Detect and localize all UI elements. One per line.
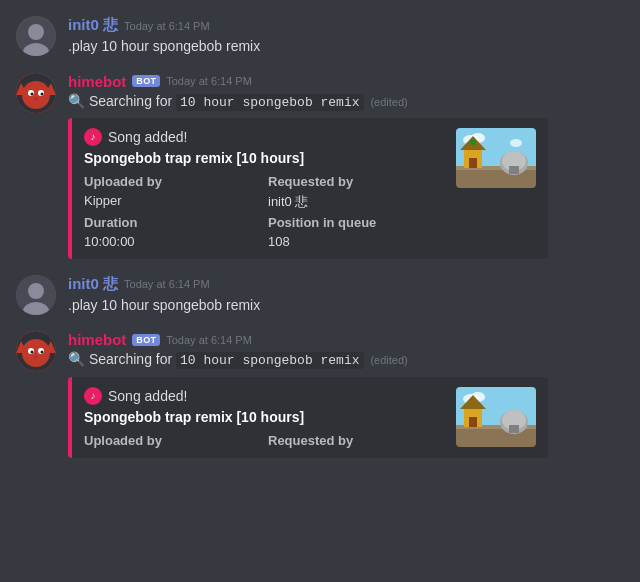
avatar bbox=[16, 275, 56, 315]
music-icon: ♪ bbox=[84, 387, 102, 405]
message-group: himebot BOT Today at 6:14 PM 🔍 Searching… bbox=[0, 323, 640, 465]
timestamp: Today at 6:14 PM bbox=[166, 75, 252, 87]
svg-point-31 bbox=[22, 339, 50, 367]
username: himebot bbox=[68, 73, 126, 90]
svg-point-15 bbox=[510, 139, 522, 147]
search-query: 10 hour spongebob remix bbox=[176, 94, 363, 111]
avatar bbox=[16, 16, 56, 56]
timestamp: Today at 6:14 PM bbox=[166, 334, 252, 346]
embed-body: ♪ Song added! Spongebob trap remix [10 h… bbox=[84, 387, 444, 448]
message-header: init0 悲 Today at 6:14 PM bbox=[68, 16, 624, 35]
duration-label: Duration bbox=[84, 215, 260, 230]
bot-badge: BOT bbox=[132, 75, 160, 87]
embed-card: ♪ Song added! Spongebob trap remix [10 h… bbox=[68, 377, 548, 458]
svg-rect-47 bbox=[509, 425, 519, 433]
avatar bbox=[16, 331, 56, 371]
svg-point-34 bbox=[31, 351, 34, 354]
message-content: himebot BOT Today at 6:14 PM 🔍 Searching… bbox=[68, 73, 624, 259]
svg-point-36 bbox=[34, 356, 38, 358]
embed-thumbnail bbox=[456, 128, 536, 188]
svg-point-26 bbox=[28, 283, 44, 299]
timestamp: Today at 6:14 PM bbox=[124, 278, 210, 290]
embed-body: ♪ Song added! Spongebob trap remix [10 h… bbox=[84, 128, 444, 249]
embed-meta: Uploaded by Requested by Kipper init0 悲 … bbox=[84, 174, 444, 249]
song-added-text: Song added! bbox=[108, 388, 187, 404]
svg-point-11 bbox=[34, 98, 38, 100]
username: init0 悲 bbox=[68, 16, 118, 35]
uploaded-by-label: Uploaded by bbox=[84, 174, 260, 189]
svg-point-10 bbox=[41, 92, 44, 95]
messages-container: init0 悲 Today at 6:14 PM .play 10 hour s… bbox=[0, 0, 640, 474]
svg-point-6 bbox=[22, 81, 50, 109]
svg-point-9 bbox=[31, 92, 34, 95]
svg-point-1 bbox=[28, 24, 44, 40]
edited-tag: (edited) bbox=[370, 354, 407, 366]
timestamp: Today at 6:14 PM bbox=[124, 20, 210, 32]
message-group: init0 悲 Today at 6:14 PM .play 10 hour s… bbox=[0, 267, 640, 324]
message-content: himebot BOT Today at 6:14 PM 🔍 Searching… bbox=[68, 331, 624, 457]
username: init0 悲 bbox=[68, 275, 118, 294]
bot-badge: BOT bbox=[132, 334, 160, 346]
embed-card: ♪ Song added! Spongebob trap remix [10 h… bbox=[68, 118, 548, 259]
message-text: .play 10 hour spongebob remix bbox=[68, 296, 624, 316]
message-group: himebot BOT Today at 6:14 PM 🔍 Searching… bbox=[0, 65, 640, 267]
duration-value: 10:00:00 bbox=[84, 234, 260, 249]
song-title: Spongebob trap remix [10 hours] bbox=[84, 150, 444, 166]
search-message: 🔍 Searching for 10 hour spongebob remix … bbox=[68, 92, 624, 112]
message-content: init0 悲 Today at 6:14 PM .play 10 hour s… bbox=[68, 275, 624, 316]
message-header: himebot BOT Today at 6:14 PM bbox=[68, 331, 624, 348]
message-header: himebot BOT Today at 6:14 PM bbox=[68, 73, 624, 90]
embed-meta: Uploaded by Requested by bbox=[84, 433, 444, 448]
embed-thumbnail bbox=[456, 387, 536, 447]
music-icon: ♪ bbox=[84, 128, 102, 146]
uploaded-by-label: Uploaded by bbox=[84, 433, 260, 448]
message-header: init0 悲 Today at 6:14 PM bbox=[68, 275, 624, 294]
edited-tag: (edited) bbox=[370, 96, 407, 108]
song-added-row: ♪ Song added! bbox=[84, 128, 444, 146]
search-query: 10 hour spongebob remix bbox=[176, 352, 363, 369]
song-title: Spongebob trap remix [10 hours] bbox=[84, 409, 444, 425]
requested-by-value: init0 悲 bbox=[268, 193, 444, 211]
song-added-row: ♪ Song added! bbox=[84, 387, 444, 405]
message-content: init0 悲 Today at 6:14 PM .play 10 hour s… bbox=[68, 16, 624, 57]
message-text: .play 10 hour spongebob remix bbox=[68, 37, 624, 57]
search-message: 🔍 Searching for 10 hour spongebob remix … bbox=[68, 350, 624, 370]
search-prefix: 🔍 Searching for bbox=[68, 93, 172, 109]
svg-point-35 bbox=[41, 351, 44, 354]
avatar bbox=[16, 73, 56, 113]
username: himebot bbox=[68, 331, 126, 348]
requested-by-label: Requested by bbox=[268, 174, 444, 189]
svg-rect-44 bbox=[469, 417, 477, 427]
svg-rect-24 bbox=[509, 166, 519, 174]
svg-point-21 bbox=[470, 139, 476, 145]
message-group: init0 悲 Today at 6:14 PM .play 10 hour s… bbox=[0, 8, 640, 65]
svg-rect-20 bbox=[469, 158, 477, 168]
uploaded-by-value: Kipper bbox=[84, 193, 260, 211]
song-added-text: Song added! bbox=[108, 129, 187, 145]
position-label: Position in queue bbox=[268, 215, 444, 230]
requested-by-label: Requested by bbox=[268, 433, 444, 448]
search-prefix: 🔍 Searching for bbox=[68, 351, 172, 367]
position-value: 108 bbox=[268, 234, 444, 249]
